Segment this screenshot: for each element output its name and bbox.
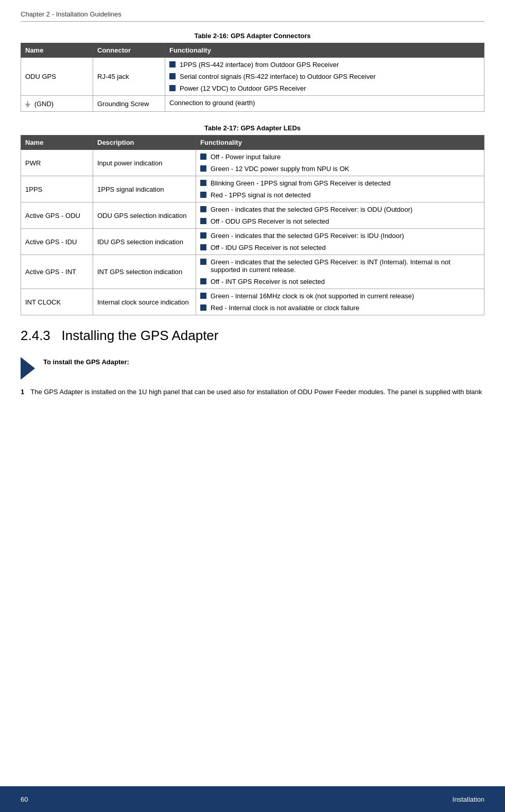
bullet-text: 1PPS (RS-442 interface) from Outdoor GPS… (180, 61, 339, 69)
bullet-item: Off - ODU GPS Receiver is not selected (200, 217, 480, 225)
bullet-square-icon (169, 73, 176, 79)
cell-gnd-functionality: Connection to ground (earth) (165, 96, 484, 112)
bullet-item: Off - INT GPS Receiver is not selected (200, 278, 480, 285)
bullet-item: Green - indicates that the selected GPS … (200, 232, 480, 240)
cell-odu-gps-connector: RJ-45 jack (93, 58, 165, 96)
led-name-cell: PWR (21, 150, 93, 176)
led-func-cell: Blinking Green - 1PPS signal from GPS Re… (196, 176, 484, 202)
bullet-item: Off - IDU GPS Receiver is not selected (200, 244, 480, 251)
col-header-description: Description (93, 136, 196, 150)
bullet-text: Green - Internal 16MHz clock is ok (not … (211, 292, 414, 300)
bullet-square-icon (200, 232, 206, 239)
cell-odu-gps-functionality: 1PPS (RS-442 interface) from Outdoor GPS… (165, 58, 484, 96)
cell-odu-gps-name: ODU GPS (21, 58, 93, 96)
bullet-text: Green - indicates that the selected GPS … (211, 206, 412, 213)
led-desc-cell: ODU GPS selection indication (93, 202, 196, 229)
bullet-square-icon (200, 304, 206, 311)
led-desc-cell: INT GPS selection indication (93, 255, 196, 289)
bullet-square-icon (169, 85, 176, 91)
bullet-item: Red - Internal clock is not available or… (200, 304, 480, 312)
led-desc-cell: Internal clock source indication (93, 289, 196, 315)
bullet-square-icon (200, 259, 206, 265)
bullet-text: Off - Power input failure (211, 153, 281, 161)
bullet-item: Green - Internal 16MHz clock is ok (not … (200, 292, 480, 300)
bullet-item: Serial control signals (RS-422 interface… (169, 73, 480, 80)
section-title: Installing the GPS Adapter (62, 328, 219, 343)
bullet-item: Blinking Green - 1PPS signal from GPS Re… (200, 179, 480, 187)
led-name-cell: INT CLOCK (21, 289, 93, 315)
bullet-item: 1PPS (RS-442 interface) from Outdoor GPS… (169, 61, 480, 69)
gnd-symbol-icon: ⏚ (25, 99, 30, 108)
led-name-cell: Active GPS - INT (21, 255, 93, 289)
led-func-cell: Green - indicates that the selected GPS … (196, 229, 484, 255)
led-desc-cell: Input power indication (93, 150, 196, 176)
page-footer: 60 Installation (0, 786, 505, 812)
bullet-text: Off - INT GPS Receiver is not selected (211, 278, 325, 285)
section-heading: 2.4.3 Installing the GPS Adapter (21, 328, 484, 344)
bullet-item: Red - 1PPS signal is not detected (200, 191, 480, 199)
led-func-cell: Green - indicates that the selected GPS … (196, 202, 484, 229)
note-text: To install the GPS Adapter: (43, 354, 129, 366)
footer-label: Installation (452, 796, 484, 803)
section-number: 2.4.3 (21, 328, 50, 343)
bullet-square-icon (200, 244, 206, 250)
chapter-header: Chapter 2 - Installation Guidelines (21, 10, 484, 22)
table-row: INT CLOCKInternal clock source indicatio… (21, 289, 484, 315)
step-1: 1 The GPS Adapter is installed on the 1U… (21, 388, 484, 396)
led-func-cell: Off - Power input failureGreen - 12 VDC … (196, 150, 484, 176)
cell-gnd-connector: Grounding Screw (93, 96, 165, 112)
bullet-square-icon (200, 180, 206, 186)
footer-page-number: 60 (21, 796, 28, 803)
bullet-item: Off - Power input failure (200, 153, 480, 161)
bullet-item: Power (12 VDC) to Outdoor GPS Receiver (169, 84, 480, 92)
table-gps-connectors: Name Connector Functionality ODU GPS RJ-… (21, 43, 484, 112)
bullet-text: Red - 1PPS signal is not detected (211, 191, 310, 199)
bullet-item: Green - indicates that the selected GPS … (200, 206, 480, 213)
bullet-square-icon (200, 154, 206, 160)
table-row: Active GPS - INTINT GPS selection indica… (21, 255, 484, 289)
col-header-connector: Connector (93, 43, 165, 58)
led-name-cell: Active GPS - ODU (21, 202, 93, 229)
note-label: To install the GPS Adapter: (43, 358, 129, 366)
bullet-square-icon (200, 165, 206, 172)
bullet-item: Green - 12 VDC power supply from NPU is … (200, 165, 480, 173)
bullet-text: Off - IDU GPS Receiver is not selected (211, 244, 326, 251)
table-row: Active GPS - IDUIDU GPS selection indica… (21, 229, 484, 255)
step-text: The GPS Adapter is installed on the 1U h… (30, 388, 482, 396)
col-header-functionality-1: Functionality (165, 43, 484, 58)
chapter-header-text: Chapter 2 - Installation Guidelines (21, 10, 121, 18)
bullet-text: Green - indicates that the selected GPS … (211, 232, 404, 240)
bullet-square-icon (200, 218, 206, 224)
page-container: Chapter 2 - Installation Guidelines Tabl… (0, 0, 505, 433)
bullet-square-icon (169, 61, 176, 67)
arrow-icon (21, 357, 35, 380)
bullet-square-icon (200, 278, 206, 284)
cell-gnd-name: ⏚ (GND) (21, 96, 93, 112)
bullet-text: Serial control signals (RS-422 interface… (180, 73, 376, 80)
table-gps-leds: Name Description Functionality PWRInput … (21, 135, 484, 315)
bullet-text: Green - indicates that the selected GPS … (211, 258, 480, 274)
bullet-item: Green - indicates that the selected GPS … (200, 258, 480, 274)
bullet-text: Off - ODU GPS Receiver is not selected (211, 217, 329, 225)
table-row: Active GPS - ODUODU GPS selection indica… (21, 202, 484, 229)
led-desc-cell: IDU GPS selection indication (93, 229, 196, 255)
bullet-text: Red - Internal clock is not available or… (211, 304, 359, 312)
col-header-name-1: Name (21, 43, 93, 58)
bullet-square-icon (200, 293, 206, 299)
bullet-square-icon (200, 192, 206, 198)
table1-title: Table 2-16: GPS Adapter Connectors (21, 32, 484, 40)
bullet-square-icon (200, 206, 206, 212)
led-func-cell: Green - indicates that the selected GPS … (196, 255, 484, 289)
led-desc-cell: 1PPS signal indication (93, 176, 196, 202)
bullet-text: Green - 12 VDC power supply from NPU is … (211, 165, 349, 173)
table-row: ⏚ (GND) Grounding Screw Connection to gr… (21, 96, 484, 112)
step-number: 1 (21, 388, 24, 396)
col-header-name-2: Name (21, 136, 93, 150)
col-header-functionality-2: Functionality (196, 136, 484, 150)
table2-title: Table 2-17: GPS Adapter LEDs (21, 124, 484, 132)
led-name-cell: 1PPS (21, 176, 93, 202)
led-name-cell: Active GPS - IDU (21, 229, 93, 255)
bullet-text: Blinking Green - 1PPS signal from GPS Re… (211, 179, 391, 187)
table-row: ODU GPS RJ-45 jack 1PPS (RS-442 interfac… (21, 58, 484, 96)
led-func-cell: Green - Internal 16MHz clock is ok (not … (196, 289, 484, 315)
